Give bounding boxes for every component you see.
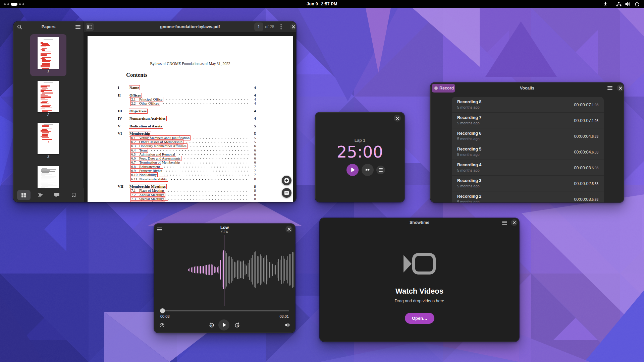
recording-duration: 00:00:07.1.93 <box>574 113 598 128</box>
toc-page-number: 5 <box>251 124 256 128</box>
papers-sidebar-toolbar <box>13 188 84 202</box>
seek-forward-10-icon[interactable]: 10 <box>231 319 243 330</box>
decibels-volume-icon[interactable] <box>282 319 293 330</box>
toc-section-number: IV <box>118 116 129 120</box>
toc-dot-leader <box>171 179 249 180</box>
recording-age: 5 months ago <box>457 153 480 157</box>
decibels-window: Low SZA 00:03 03:01 10 10 <box>154 224 295 333</box>
main-menu-icon[interactable] <box>74 23 82 31</box>
thumbnails-grid-icon[interactable] <box>17 190 31 200</box>
recording-row[interactable]: Recording 75 months ago00:00:07.1.93 <box>452 113 604 128</box>
pdf-title: gnome-foundation-bylaws.pdf <box>84 21 296 32</box>
open-video-button[interactable]: Open… <box>405 313 434 324</box>
recording-age: 5 months ago <box>457 168 480 172</box>
thumbnail-page-image <box>38 37 59 69</box>
decibels-play-button[interactable] <box>218 319 229 330</box>
papers-sidebar-header: Papers <box>13 21 84 32</box>
recording-row[interactable]: Recording 55 months ago00:00:04.6.33 <box>452 144 604 160</box>
toc-link[interactable]: Dedication of Assets <box>129 124 163 129</box>
view-options-kebab-icon[interactable] <box>277 23 285 31</box>
toc-dot-leader <box>184 158 249 159</box>
recording-age: 5 months ago <box>457 137 480 141</box>
recording-row[interactable]: Recording 65 months ago00:00:04.6.33 <box>452 128 604 144</box>
zoom-out-button[interactable] <box>282 188 291 198</box>
toc-entry: VIMembership5 <box>118 131 256 135</box>
toc-entry: 7.4Notice of Meetings8 <box>118 200 256 202</box>
clock-menu[interactable]: Jun 9 2:57 PM <box>0 0 644 8</box>
annotations-icon[interactable] <box>50 190 64 200</box>
toc-page-number: 4 <box>251 101 256 105</box>
page-number-input[interactable]: 1 <box>254 22 263 31</box>
showtime-close-button[interactable] <box>511 219 518 226</box>
system-status-area[interactable] <box>603 0 644 8</box>
recording-row[interactable]: Recording 85 months ago00:00:07.1.93 <box>452 97 604 113</box>
toc-link[interactable]: Nonpartisan Activities <box>129 116 167 121</box>
drag-drop-hint: Drag and drop videos here <box>320 299 519 303</box>
toc-entry: 6.6Fees, Dues and Assessments6 <box>118 156 256 160</box>
toc-page-number: 8 <box>251 201 256 202</box>
svg-text:10: 10 <box>236 324 239 327</box>
toc-dot-leader <box>194 138 249 139</box>
toc-link[interactable]: 6.11Non-transferability <box>130 177 168 182</box>
toc-subsection-number: 7.4 <box>131 201 139 202</box>
thumbnail-page-number: 3 <box>30 155 66 159</box>
toc-subsection-title: Notice of Meetings <box>139 201 167 202</box>
toc-page-number: 4 <box>251 116 256 120</box>
duration-fraction: .5.53 <box>591 181 598 186</box>
timer-close-button[interactable] <box>394 115 401 122</box>
network-wired-icon <box>616 1 622 7</box>
recording-age: 5 months ago <box>457 105 480 109</box>
pdf-headline: Bylaws of GNOME Foundation as of May 31,… <box>88 62 293 66</box>
toc-entry: 6.8Reinstatement7 <box>118 164 256 168</box>
elapsed-time: 00:03 <box>160 314 170 318</box>
page-thumbnail-1[interactable]: 1 <box>30 34 66 76</box>
svg-text:10: 10 <box>210 324 212 327</box>
toc-entry: 6.3Honorary Nonmember Affiliates6 <box>118 143 256 147</box>
toc-entry: 6.10Nonliability7 <box>118 172 256 176</box>
timer-window: Lap 1 25:00 <box>315 112 405 202</box>
toc-link[interactable]: 2.2Other Offices <box>130 101 160 106</box>
zoom-in-button[interactable] <box>282 176 291 185</box>
duration-fraction: .6.33 <box>591 134 598 138</box>
track-artist: SZA <box>154 230 295 234</box>
seek-bar[interactable] <box>160 310 289 311</box>
showtime-menu-icon[interactable] <box>501 219 508 227</box>
timer-start-button[interactable] <box>346 164 359 176</box>
seek-handle[interactable] <box>160 308 165 313</box>
duration-main: 00:00:03 <box>574 165 591 170</box>
accessibility-icon[interactable] <box>603 1 608 7</box>
recording-row[interactable]: Recording 25 months ago00:00:03.5.93 <box>452 191 604 202</box>
decibels-close-button[interactable] <box>285 226 292 233</box>
duration-fraction: .5.93 <box>591 197 598 201</box>
toc-link[interactable]: Name <box>129 85 140 90</box>
timer-skip-button[interactable] <box>362 164 374 176</box>
bookmarks-icon[interactable] <box>67 190 80 200</box>
page-thumbnail-3[interactable]: 3 <box>30 120 66 162</box>
papers-main-pane: gnome-foundation-bylaws.pdf 1 of 28 Byla… <box>84 21 296 202</box>
thumbnail-page-number: 1 <box>30 69 66 73</box>
recording-row[interactable]: Recording 45 months ago00:00:03.5.93 <box>452 160 604 176</box>
toc-link[interactable]: 7.4Notice of Meetings <box>130 200 168 202</box>
recording-name: Recording 2 <box>457 194 481 199</box>
recording-row[interactable]: Recording 35 months ago00:00:02.5.53 <box>452 176 604 191</box>
showtime-title: Showtime <box>320 218 519 227</box>
audio-waveform[interactable] <box>154 235 295 306</box>
vocalis-menu-icon[interactable] <box>606 84 614 92</box>
showtime-window: Showtime Watch Videos Drag and drop vide… <box>320 218 519 342</box>
timer-menu-icon[interactable] <box>376 166 385 174</box>
page-thumbnail-2[interactable]: 2 <box>30 78 66 120</box>
toc-subsection-number: 2.2 <box>131 101 139 105</box>
playback-speed-icon[interactable] <box>156 319 167 330</box>
duration-fraction: .1.93 <box>591 103 598 107</box>
outline-icon[interactable] <box>34 190 47 200</box>
seek-back-10-icon[interactable]: 10 <box>206 319 217 330</box>
toc-entry: 6.7Termination of Membership6 <box>118 160 256 164</box>
toc-entry: 7.1Place of Meeting8 <box>118 188 256 192</box>
page-thumbnail-4[interactable]: 4 <box>30 163 66 188</box>
vocalis-close-button[interactable] <box>617 84 624 92</box>
thumbnail-page-image <box>38 81 59 112</box>
toc-entry: 6.5Admission and Removal6 <box>118 152 256 156</box>
papers-close-button[interactable] <box>290 23 296 30</box>
power-icon <box>635 2 640 7</box>
toc-link[interactable]: Objectives <box>129 109 148 114</box>
